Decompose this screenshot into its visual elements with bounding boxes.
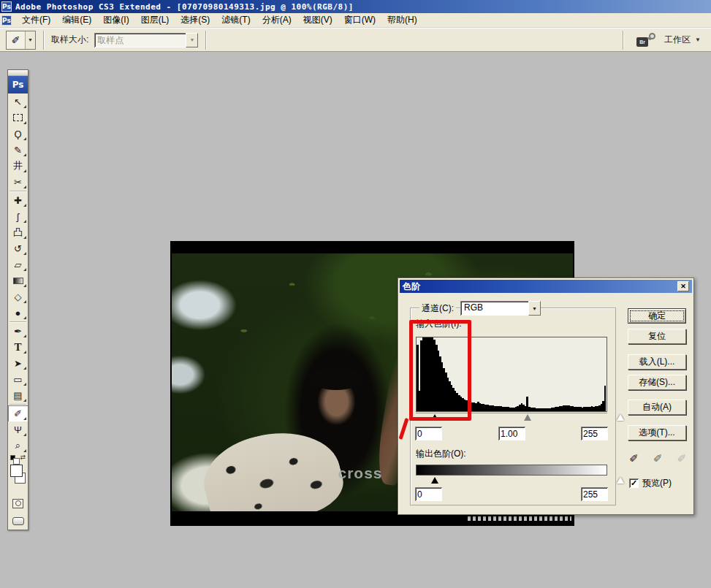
- tool-slice[interactable]: ✂: [8, 174, 28, 190]
- eyedropper-buttons: ✐ ✐ ✐: [629, 452, 686, 465]
- quick-selection-icon: ✎: [14, 145, 22, 156]
- output-black-field[interactable]: [415, 487, 442, 501]
- sample-size-select[interactable]: 取样点 ▼: [94, 33, 198, 47]
- tool-eyedropper[interactable]: ✐: [8, 405, 28, 421]
- channel-label: 通道(C):: [419, 302, 456, 315]
- channel-select[interactable]: RGB ▼: [460, 301, 541, 316]
- preview-checkbox[interactable]: ✓: [629, 478, 639, 488]
- tool-move[interactable]: ↖: [8, 93, 28, 110]
- white-point-eyedropper-icon[interactable]: ✐: [677, 452, 686, 465]
- tool-crop[interactable]: 井: [8, 158, 28, 174]
- reset-button[interactable]: 复位: [628, 329, 686, 344]
- input-white-field[interactable]: [581, 427, 608, 440]
- tool-type[interactable]: T: [8, 339, 28, 355]
- tool-dodge-burn[interactable]: ●: [8, 305, 28, 321]
- toolbox-separator: [9, 191, 26, 191]
- input-black-field[interactable]: [415, 427, 442, 440]
- quick-mask-button[interactable]: [8, 495, 28, 512]
- color-controls: ⇄: [8, 454, 28, 495]
- toolbox-tools: ↖Ϙ✎井✂✚ʃ凸↺▱◇●✒T➤▭▤✐Ψ⌕: [8, 93, 28, 454]
- eyedropper-icon: ✐: [7, 31, 26, 49]
- magnifier-icon: [649, 33, 655, 39]
- tool-rectangular-marquee[interactable]: [8, 110, 28, 126]
- menu-item[interactable]: 视图(V): [297, 12, 338, 28]
- menu-bar-items: 文件(F)编辑(E)图像(I)图层(L)选择(S)滤镜(T)分析(A)视图(V)…: [16, 12, 423, 28]
- levels-dialog-titlebar[interactable]: 色阶 ✕: [400, 280, 692, 293]
- input-white-slider[interactable]: [617, 414, 624, 421]
- toolbox-ps-logo: Ps: [8, 76, 28, 93]
- options-separator: [43, 31, 44, 50]
- app-icon: Ps: [1, 1, 12, 12]
- channel-dropdown-icon[interactable]: ▼: [528, 301, 541, 316]
- options-button[interactable]: 选项(T)...: [628, 425, 686, 440]
- menu-item[interactable]: 文件(F): [16, 12, 56, 28]
- workspace-button[interactable]: 工作区 ▼: [664, 34, 701, 46]
- swap-colors-icon[interactable]: ⇄: [20, 454, 26, 461]
- menu-item[interactable]: 帮助(H): [381, 12, 423, 28]
- default-colors-icon[interactable]: [10, 455, 15, 460]
- input-gamma-slider[interactable]: [524, 414, 531, 421]
- menu-item[interactable]: 选择(S): [175, 12, 216, 28]
- type-icon: T: [14, 341, 21, 354]
- output-white-slider[interactable]: [617, 477, 624, 484]
- options-separator-3: [623, 31, 623, 50]
- auto-button[interactable]: 自动(A): [628, 400, 686, 415]
- menu-bar: Ps 文件(F)编辑(E)图像(I)图层(L)选择(S)滤镜(T)分析(A)视图…: [0, 13, 711, 28]
- lasso-icon: Ϙ: [14, 129, 21, 140]
- gray-point-eyedropper-icon[interactable]: ✐: [653, 452, 663, 465]
- tool-rectangle-shape[interactable]: ▭: [8, 371, 28, 387]
- tool-history-brush[interactable]: ↺: [8, 240, 28, 256]
- go-to-bridge-button[interactable]: Br: [636, 33, 658, 47]
- save-button[interactable]: 存储(S)...: [628, 375, 686, 390]
- tool-healing-brush[interactable]: ✚: [8, 192, 28, 208]
- tool-blur[interactable]: ◇: [8, 289, 28, 305]
- window-title: Adobe Photoshop CS3 Extended - [07070980…: [15, 2, 354, 12]
- notes-icon: ▤: [13, 390, 22, 401]
- menu-item[interactable]: 滤镜(T): [216, 12, 256, 28]
- menu-item[interactable]: 窗口(W): [338, 12, 381, 28]
- blur-icon: ◇: [15, 291, 22, 302]
- input-gamma-field[interactable]: [498, 427, 525, 440]
- levels-dialog-title: 色阶: [403, 280, 420, 293]
- document-icon: Ps: [1, 15, 12, 26]
- tool-zoom[interactable]: ⌕: [8, 438, 28, 454]
- chevron-down-icon[interactable]: ▼: [26, 31, 35, 49]
- toolbox-separator: [9, 321, 26, 322]
- menu-item[interactable]: 图层(L): [135, 12, 175, 28]
- tool-brush[interactable]: ʃ: [8, 208, 28, 224]
- pen-icon: ✒: [14, 326, 22, 337]
- output-white-field[interactable]: [581, 487, 608, 501]
- menu-item[interactable]: 分析(A): [256, 12, 297, 28]
- sample-size-dropdown-icon[interactable]: ▼: [186, 33, 198, 47]
- preview-row: ✓ 预览(P): [629, 477, 672, 489]
- healing-brush-icon: ✚: [14, 195, 22, 206]
- screen-mode-button[interactable]: [8, 512, 28, 530]
- load-button[interactable]: 载入(L)...: [628, 354, 686, 370]
- tool-preset-picker[interactable]: ✐ ▼: [6, 31, 36, 50]
- toolbox-grip[interactable]: [8, 70, 28, 76]
- tool-clone-stamp[interactable]: 凸: [8, 224, 28, 240]
- black-point-eyedropper-icon[interactable]: ✐: [629, 452, 639, 465]
- tool-quick-selection[interactable]: ✎: [8, 142, 28, 158]
- tool-gradient[interactable]: [8, 272, 28, 289]
- tool-pen[interactable]: ✒: [8, 323, 28, 339]
- ok-button[interactable]: 确定: [628, 308, 686, 324]
- tool-lasso[interactable]: Ϙ: [8, 126, 28, 142]
- foreground-color-swatch[interactable]: [10, 465, 23, 477]
- channel-value: RGB: [460, 301, 528, 316]
- options-bar: ✐ ▼ 取样大小: 取样点 ▼ Br 工作区 ▼: [0, 28, 711, 52]
- output-black-slider[interactable]: [431, 477, 438, 484]
- close-icon[interactable]: ✕: [677, 281, 689, 291]
- tool-eraser[interactable]: ▱: [8, 256, 28, 272]
- menu-item[interactable]: 图像(I): [97, 12, 134, 28]
- tool-notes[interactable]: ▤: [8, 387, 28, 403]
- path-selection-icon: ➤: [14, 358, 22, 369]
- menu-item[interactable]: 编辑(E): [56, 12, 97, 28]
- gradient-icon: [13, 278, 23, 284]
- tool-hand[interactable]: Ψ: [8, 421, 28, 438]
- crop-icon: 井: [13, 159, 23, 172]
- tool-path-selection[interactable]: ➤: [8, 355, 28, 371]
- eraser-icon: ▱: [15, 259, 22, 270]
- options-separator-2: [205, 31, 206, 50]
- annotation-rectangle: [409, 320, 471, 421]
